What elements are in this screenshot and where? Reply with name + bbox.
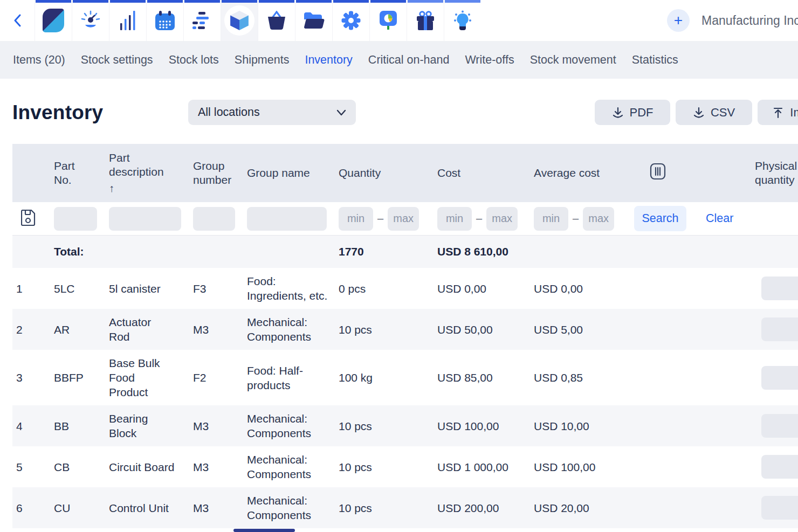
range-separator: – [573,212,579,225]
average-cost-cell: USD 0,85 [534,364,642,391]
physical-quantity-input[interactable] [761,366,798,390]
quantity-max-input[interactable] [388,207,419,231]
average-cost-min-input[interactable] [534,207,568,231]
header-physical-quantity: Physical quantity [755,159,798,187]
app-analytics[interactable] [109,0,146,41]
search-button[interactable]: Search [634,206,686,231]
physical-quantity-input[interactable] [761,496,798,520]
table-row[interactable]: 2 AR Actuator Rod M3 Mechanical: Compone… [12,309,798,350]
group-number-filter-input[interactable] [193,207,235,231]
horizontal-scrollbar-thumb[interactable] [233,529,295,532]
header-cost: Cost [437,166,534,180]
location-select[interactable]: All locations [188,100,356,125]
average-cost-max-input[interactable] [583,207,614,231]
quantity-cell: 10 pcs [339,316,437,343]
header-part-description[interactable]: Part description ↑ [109,151,193,195]
download-icon [612,107,624,119]
suggestions-bulb-icon [452,10,473,31]
physical-quantity-input[interactable] [761,414,798,438]
clear-button[interactable]: Clear [706,212,733,225]
nav-tab-stock-movement[interactable]: Stock movement [530,53,616,67]
group-name-cell: Mechanical: Components [247,405,339,446]
app-tasks[interactable] [183,0,221,41]
nav-tab-critical-on-hand[interactable]: Critical on-hand [368,53,450,67]
app-sales[interactable] [258,0,295,41]
export-csv-label: CSV [711,106,735,120]
quantity-cell: 10 pcs [339,413,437,439]
app-reports[interactable] [369,0,407,41]
group-number-cell: F2 [193,364,247,391]
part-description-cell: Control Unit [109,495,193,521]
warehouse-cube-icon [230,10,249,31]
header-part-no: Part No. [54,159,109,187]
table-row[interactable]: 5 CB Circuit Board M3 Mechanical: Compon… [12,446,798,487]
app-suggestions[interactable] [444,0,481,41]
app-warehouse[interactable] [221,0,258,41]
part-no-cell: AR [54,316,109,343]
physical-quantity-input[interactable] [761,455,798,479]
quantity-cell: 10 pcs [339,495,437,521]
quantity-min-input[interactable] [339,207,373,231]
app-settings[interactable] [332,0,369,41]
app-rewards[interactable] [407,0,444,41]
cost-max-input[interactable] [486,207,518,231]
physical-quantity-cell [755,271,798,306]
nav-tab-write-offs[interactable]: Write-offs [465,53,514,67]
nav-tab-items-20[interactable]: Items (20) [13,53,65,67]
range-separator: – [476,212,482,225]
group-name-filter-input[interactable] [247,207,327,231]
table-row[interactable]: 1 5LC 5l canister F3 Food: Ingredients, … [12,268,798,309]
quantity-cell: 10 pcs [339,454,437,480]
part-description-cell: 5l canister [109,275,193,302]
back-button[interactable] [0,0,35,41]
table-body: 1 5LC 5l canister F3 Food: Ingredients, … [12,268,798,528]
average-cost-cell: USD 20,00 [534,495,642,521]
export-pdf-button[interactable]: PDF [595,100,670,125]
physical-quantity-input[interactable] [761,317,798,341]
app-calendar[interactable] [146,0,183,41]
settings-gear-icon [341,11,361,30]
nav-tab-statistics[interactable]: Statistics [632,53,678,67]
table-row[interactable]: 4 BB Bearing Block M3 Mechanical: Compon… [12,405,798,446]
nav-tab-shipments[interactable]: Shipments [235,53,290,67]
add-button[interactable]: + [667,9,690,32]
nav-tab-stock-lots[interactable]: Stock lots [169,53,219,67]
app-logo[interactable] [35,0,72,41]
part-no-cell: CB [54,454,109,480]
inventory-table: Part No. Part description ↑ Group number… [12,144,798,528]
company-name[interactable]: Manufacturing Inc [701,13,798,28]
inventory-page: Inventory All locations PDF CSV Import P… [0,100,798,528]
columns-settings-button[interactable] [650,163,666,180]
export-csv-button[interactable]: CSV [676,100,752,125]
table-row[interactable]: 6 CU Control Unit M3 Mechanical: Compone… [12,487,798,528]
app-documents[interactable] [295,0,332,41]
cost-cell: USD 50,00 [437,316,534,343]
import-label: Import [790,106,798,120]
part-no-cell: BBFP [54,364,109,391]
header-group-number: Group number [193,159,247,187]
app-launcher [35,0,481,41]
cost-min-input[interactable] [437,207,472,231]
title-row: Inventory All locations PDF CSV Import [0,100,798,126]
header-part-description-label: Part description [109,151,164,178]
nav-tab-inventory[interactable]: Inventory [305,53,352,67]
import-button[interactable]: Import [758,100,798,125]
filter-row: – – – Search Clear [12,202,798,236]
row-number-cell: 3 [12,364,54,391]
app-topbar: + Manufacturing Inc [0,0,798,41]
physical-quantity-input[interactable] [761,277,798,300]
nav-tab-stock-settings[interactable]: Stock settings [81,53,153,67]
save-filter-button[interactable] [21,210,36,226]
header-quantity: Quantity [339,166,437,180]
part-description-cell: Circuit Board [109,454,193,480]
part-description-filter-input[interactable] [109,207,181,231]
cost-cell: USD 85,00 [437,364,534,391]
export-pdf-label: PDF [630,106,653,120]
sort-ascending-icon[interactable]: ↑ [109,181,179,195]
group-number-cell: M3 [193,316,247,343]
location-select-value: All locations [198,106,336,119]
part-no-filter-input[interactable] [54,207,97,231]
chevron-down-icon [336,109,346,116]
app-ideas[interactable] [72,0,109,41]
table-row[interactable]: 3 BBFP Base Bulk Food Product F2 Food: H… [12,350,798,405]
